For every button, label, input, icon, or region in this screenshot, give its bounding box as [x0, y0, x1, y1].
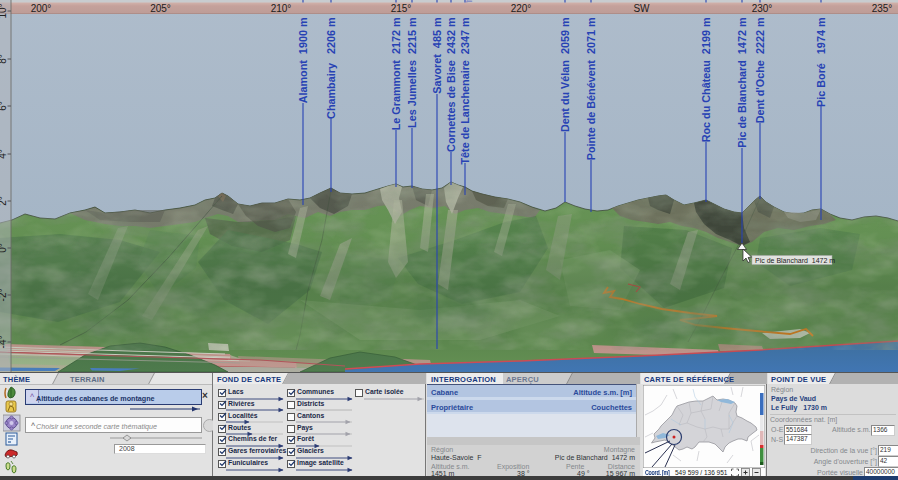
svg-text:Savoret 485 m: Savoret 485 m [431, 18, 443, 94]
svg-text:Tête de Lanchenaire 2347 m: Tête de Lanchenaire 2347 m [459, 18, 471, 165]
svg-text:-2°: -2° [0, 289, 8, 302]
svg-text:Chambairy 2206 m: Chambairy 2206 m [325, 18, 337, 119]
svg-text:220°: 220° [511, 3, 532, 14]
svg-text:Pointe de Bénévent 2071 m: Pointe de Bénévent 2071 m [585, 18, 597, 161]
svg-text:Dent du Vélan 2059 m: Dent du Vélan 2059 m [559, 18, 571, 133]
svg-text:215°: 215° [391, 3, 412, 14]
svg-text:SW: SW [633, 3, 650, 14]
svg-text:235°: 235° [872, 3, 893, 14]
svg-text:Cornettes de Bise 2432 m: Cornettes de Bise 2432 m [445, 18, 457, 152]
svg-text:2°: 2° [0, 196, 8, 206]
svg-text:-4°: -4° [0, 336, 8, 349]
svg-text:10°: 10° [0, 3, 8, 18]
svg-text:Pic Boré 1974 m: Pic Boré 1974 m [815, 18, 827, 107]
svg-text:210°: 210° [271, 3, 292, 14]
svg-text:6°: 6° [0, 101, 8, 111]
svg-text:205°: 205° [150, 3, 171, 14]
svg-text:Les Jumelles 2215 m: Les Jumelles 2215 m [406, 18, 418, 128]
svg-text:0°: 0° [0, 243, 8, 253]
svg-text:Dent d'Oche 2222 m: Dent d'Oche 2222 m [754, 18, 766, 124]
svg-text:4°: 4° [0, 149, 8, 159]
svg-text:Pic de Blanchard 1472 m: Pic de Blanchard 1472 m [755, 257, 835, 264]
svg-text:Alamont 1900 m: Alamont 1900 m [297, 18, 309, 104]
svg-text:Le Grammont 2172 m: Le Grammont 2172 m [390, 18, 402, 131]
svg-text:Pic de Blanchard 1472 m: Pic de Blanchard 1472 m [736, 18, 748, 148]
svg-text:200°: 200° [31, 3, 52, 14]
svg-text:230°: 230° [752, 3, 773, 14]
svg-text:8°: 8° [0, 54, 8, 64]
svg-text:Roc du Château 2199 m: Roc du Château 2199 m [700, 18, 712, 143]
